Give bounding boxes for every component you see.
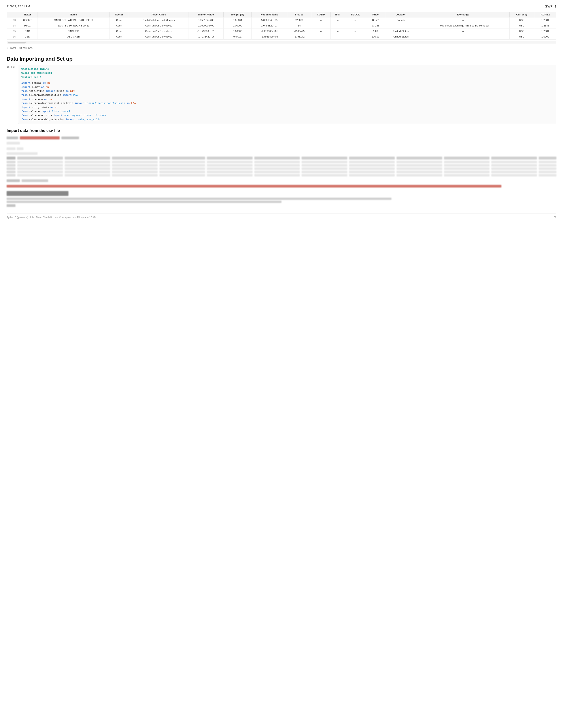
cell-isin: --: [331, 23, 345, 28]
cell-weight: 0.00000: [223, 23, 251, 28]
col-currency: Currency: [509, 12, 534, 17]
row-num: 95: [7, 28, 17, 34]
cell-sedol: --: [345, 34, 366, 39]
cell-exchange: --: [417, 17, 509, 23]
cell-notional-value: -1.793142e+06: [251, 34, 287, 39]
code-import-3b: matplotlib: [29, 90, 44, 92]
code-line-2: %load_ext autoreload: [21, 71, 52, 74]
cell-asset-class: Cash and/or Derivatives: [129, 28, 188, 34]
code-import-4b: sklearn.decomposition: [29, 94, 61, 96]
code-import-9a: from: [21, 114, 28, 117]
cell-market-value: -1.793142e+06: [188, 34, 223, 39]
code-import-7a: import: [21, 106, 30, 109]
cell-asset-class: Cash and/or Derivatives: [129, 23, 188, 28]
col-location: Location: [385, 12, 417, 17]
cell-weight: 0.01164: [223, 17, 251, 23]
row-num: 96: [7, 34, 17, 39]
cell-shares: 626000: [287, 17, 311, 23]
col-rownum: [7, 12, 17, 17]
cell-sector: Cash: [109, 28, 129, 34]
footer-right: 62: [554, 216, 556, 219]
col-shares: Shares: [287, 12, 311, 17]
code-import-3f: plt: [70, 90, 75, 92]
cell-currency: USD: [509, 28, 534, 34]
code-cell-1: In [1]: %matplotlib inline %load_ext aut…: [7, 65, 556, 124]
cell-isin: --: [331, 34, 345, 39]
cell-ticker: UBFUT: [17, 17, 38, 23]
cell-exchange: --: [417, 34, 509, 39]
cell-name: CASH COLLATERAL CAD UBFUT: [38, 17, 109, 23]
cell-shares: -1505475: [287, 28, 311, 34]
cell-market-value: 5.056134e+05: [188, 17, 223, 23]
cell-currency: USD: [509, 34, 534, 39]
code-import-7c: as: [50, 106, 53, 109]
code-import-8d: linear_model: [52, 110, 70, 113]
cell-location: Canada: [385, 17, 417, 23]
cell-fx-rate: 1.2381: [534, 17, 556, 23]
cell-sector: Cash: [109, 17, 129, 23]
cell-location: United States: [385, 34, 417, 39]
cell-sedol: --: [345, 17, 366, 23]
code-import-2c: as: [41, 86, 44, 88]
col-sedol: SEDOL: [345, 12, 366, 17]
code-import-6a: from: [21, 102, 28, 105]
cell-asset-class: Cash and/or Derivatives: [129, 34, 188, 39]
code-import-3e: as: [66, 90, 69, 92]
col-fx-rate: FX Rate: [534, 12, 556, 17]
col-ticker: Ticker: [17, 12, 38, 17]
cell-shares: -1793142: [287, 34, 311, 39]
cell-name: S&P/TSE 60 INDEX SEP 21: [38, 23, 109, 28]
code-import-10b: sklearn.model_selection: [29, 118, 64, 121]
cell-cusip: --: [311, 34, 331, 39]
cell-weight: 0.00000: [223, 28, 251, 34]
cell-ticker: USD: [17, 34, 38, 39]
code-import-8a: from: [21, 110, 28, 113]
data-table-wrapper: Ticker Name Sector Asset Class Market Va…: [7, 12, 556, 39]
code-line-1: %matplotlib inline: [21, 68, 49, 70]
col-price: Price: [366, 12, 385, 17]
cell-asset-class: Cash Collateral and Margins: [129, 17, 188, 23]
scrollbar-thumb[interactable]: [8, 42, 26, 43]
code-import-6f: LDA: [131, 102, 136, 105]
code-import-9b: sklearn.metrics: [29, 114, 52, 117]
row-num: 93: [7, 17, 17, 23]
cell-currency: USD: [509, 17, 534, 23]
cell-fx-rate: 1.2381: [534, 28, 556, 34]
code-import-3c: import: [46, 90, 55, 92]
cell-isin: --: [331, 17, 345, 23]
cell-sedol: --: [345, 23, 366, 28]
data-table: Ticker Name Sector Asset Class Market Va…: [7, 12, 556, 39]
header-bar: 11/2/21, 12:31 AM GWP_1: [7, 4, 556, 8]
code-import-7d: st: [55, 106, 58, 109]
code-import-3d: pylab: [56, 90, 64, 92]
code-blank-1: [21, 79, 553, 81]
footer-bar: Python 3 (ipykernel) | Idle | Mem: 89.4 …: [7, 214, 556, 219]
col-market-value: Market Value: [188, 12, 223, 17]
cell-exchange: The Montreal Exchange / Bourse De Montre…: [417, 23, 509, 28]
code-import-6b: sklearn.discriminant_analysis: [29, 102, 73, 105]
col-asset-class: Asset Class: [129, 12, 188, 17]
cell-market-value: 0.000000e+00: [188, 23, 223, 28]
code-block: %matplotlib inline %load_ext autoreload …: [18, 65, 556, 124]
section-heading-data-import: Data Importing and Set up: [7, 56, 556, 62]
cell-price: 971.65: [366, 23, 385, 28]
code-import-9d: mean_squared_error, r2_score: [64, 114, 107, 117]
table-scrollbar[interactable]: [7, 41, 556, 44]
code-import-1c: as: [43, 81, 46, 84]
code-import-6e: as: [126, 102, 130, 105]
code-import-7b: scipy.stats: [32, 106, 49, 109]
cell-name: CAD/USD: [38, 28, 109, 34]
cell-price: 1.00: [366, 28, 385, 34]
code-import-1b: pandas: [32, 81, 41, 84]
code-import-2a: import: [21, 86, 30, 88]
row-num: 94: [7, 23, 17, 28]
table-row: 95 CAD CAD/USD Cash Cash and/or Derivati…: [7, 28, 556, 34]
cell-market-value: -1.179000e+01: [188, 28, 223, 34]
sub-heading-csv: Import data from the csv file: [7, 128, 556, 133]
table-row: 96 USD USD CASH Cash Cash and/or Derivat…: [7, 34, 556, 39]
cell-name: USD CASH: [38, 34, 109, 39]
cell-cusip: --: [311, 28, 331, 34]
cell-weight: -0.04127: [223, 34, 251, 39]
cell-location: United States: [385, 28, 417, 34]
code-line-3: %autoreload 2: [21, 76, 41, 79]
